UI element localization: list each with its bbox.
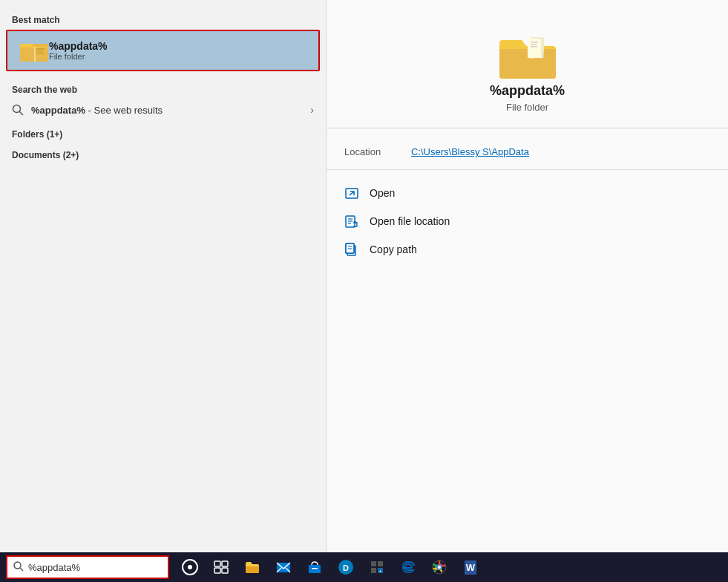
location-label: Location [344, 146, 411, 157]
copy-path-label: Copy path [370, 243, 417, 255]
web-search-arrow: › [310, 104, 314, 116]
svg-rect-3 [36, 50, 43, 52]
copy-path-icon [344, 242, 359, 257]
web-search-text: %appdata% - See web results [31, 105, 310, 116]
divider-bottom [327, 169, 728, 170]
right-panel: %appdata% File folder Location C:\Users\… [327, 0, 728, 552]
copy-path-action[interactable]: Copy path [327, 235, 728, 264]
svg-rect-13 [531, 46, 537, 48]
web-search-suffix: - See web results [85, 105, 163, 116]
web-search-item[interactable]: %appdata% - See web results › [0, 98, 326, 122]
taskbar-search-box[interactable]: %appdata% [6, 555, 169, 579]
taskbar-icons: D + [175, 552, 485, 582]
folder-icon-small [19, 37, 49, 64]
svg-rect-10 [528, 39, 541, 58]
best-match-label: Best match [0, 9, 326, 28]
word-icon[interactable]: W [456, 552, 485, 582]
store-icon[interactable] [300, 552, 329, 582]
location-value[interactable]: C:\Users\Blessy S\AppData [411, 146, 529, 157]
file-location-icon [344, 214, 359, 229]
web-search-query: %appdata% [31, 105, 85, 116]
web-search-section: Search the web %appdata% - See web resul… [0, 79, 326, 122]
best-match-text: %appdata% File folder [49, 40, 108, 61]
left-panel: Best match %appdata% File folder Se [0, 0, 327, 552]
svg-rect-12 [531, 44, 537, 45]
file-explorer-icon[interactable] [237, 552, 267, 582]
svg-text:D: D [343, 563, 349, 572]
best-match-item[interactable]: %appdata% File folder [6, 30, 320, 71]
svg-rect-2 [36, 48, 45, 50]
svg-text:W: W [466, 562, 476, 573]
best-match-name: %appdata% [49, 40, 108, 52]
cortana-icon[interactable] [175, 552, 205, 582]
svg-rect-11 [531, 42, 538, 43]
mail-icon[interactable] [269, 552, 298, 582]
taskbar-search-text: %appdata% [28, 562, 80, 573]
svg-rect-38 [312, 568, 318, 569]
svg-rect-5 [34, 47, 36, 62]
svg-point-50 [438, 566, 441, 569]
right-folder-type: File folder [506, 102, 548, 113]
svg-rect-31 [222, 561, 228, 566]
svg-rect-30 [214, 561, 220, 566]
task-view-icon[interactable] [206, 552, 236, 582]
open-icon [344, 186, 359, 200]
svg-rect-41 [371, 561, 376, 566]
svg-rect-43 [371, 568, 376, 573]
edge-icon[interactable] [393, 552, 423, 582]
folder-icon-large [498, 30, 557, 83]
divider-top [327, 128, 728, 128]
open-file-location-label: Open file location [370, 215, 450, 227]
taskbar: %appdata% [0, 552, 728, 582]
search-icon [12, 104, 24, 116]
best-match-type: File folder [49, 52, 108, 61]
location-row: Location C:\Users\Blessy S\AppData [327, 140, 728, 163]
open-action[interactable]: Open [327, 179, 728, 207]
right-folder-name: %appdata% [490, 83, 565, 99]
web-search-label: Search the web [0, 79, 326, 98]
taskbar-search-icon [13, 561, 24, 574]
open-file-location-action[interactable]: Open file location [327, 207, 728, 235]
svg-point-29 [188, 565, 192, 569]
myapps-icon[interactable]: + [362, 552, 392, 582]
chrome-icon[interactable] [424, 552, 454, 582]
svg-line-27 [20, 568, 23, 571]
svg-point-26 [14, 562, 21, 569]
svg-line-7 [19, 111, 23, 115]
open-label: Open [370, 187, 395, 199]
svg-rect-33 [222, 568, 228, 573]
documents-label: Documents (2+) [0, 143, 326, 163]
svg-text:+: + [379, 569, 382, 573]
svg-rect-42 [378, 561, 383, 566]
svg-rect-4 [36, 53, 44, 54]
start-menu: Best match %appdata% File folder Se [0, 0, 728, 552]
svg-rect-32 [214, 568, 220, 573]
folders-label: Folders (1+) [0, 122, 326, 143]
dell-icon[interactable]: D [331, 552, 361, 582]
